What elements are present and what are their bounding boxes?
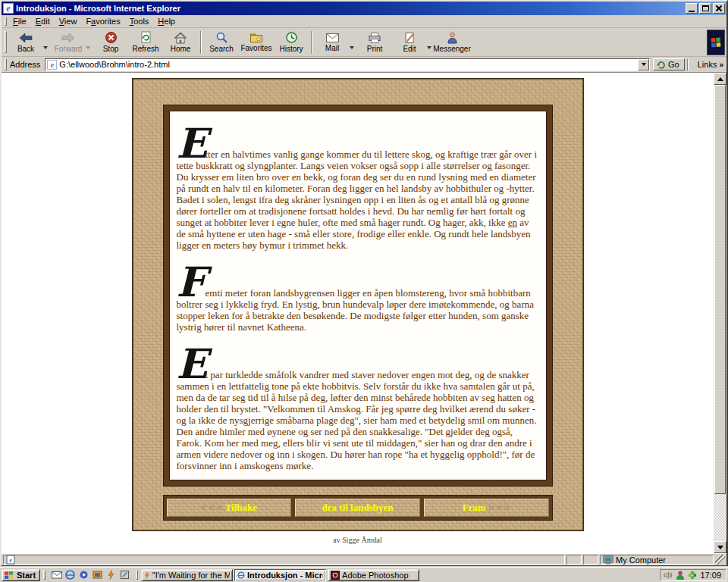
volume-icon[interactable]: [664, 571, 673, 580]
search-button[interactable]: Search: [204, 29, 239, 56]
status-pane: [566, 555, 582, 565]
story-text-box: Etter en halvtimes vanlig gange kommer d…: [164, 105, 552, 486]
messenger-app-icon[interactable]: [92, 569, 103, 580]
page-nav: < < < Tilbake dra til landsbyen Fram > >…: [164, 496, 552, 520]
edit-button[interactable]: Edit: [392, 29, 427, 56]
taskband-grip[interactable]: [136, 570, 138, 580]
stop-icon: [105, 31, 118, 44]
task-button-winamp[interactable]: "I'm Waiting for the Man!"...: [141, 569, 233, 581]
messenger-button[interactable]: Messenger: [435, 29, 469, 56]
menu-file[interactable]: File: [8, 15, 31, 27]
scrollbar-thumb[interactable]: [714, 85, 726, 494]
zone-label: My Computer: [616, 555, 666, 565]
home-icon: [174, 32, 187, 44]
refresh-button[interactable]: Refresh: [128, 29, 163, 56]
arrow-up-icon: [717, 77, 723, 81]
quicklaunch-grip[interactable]: [43, 570, 46, 580]
home-button[interactable]: Home: [163, 29, 198, 56]
browser-viewport: Etter en halvtimes vanlig gange kommer d…: [2, 73, 726, 553]
address-dropdown-button[interactable]: [638, 59, 649, 70]
nav-village-link[interactable]: dra til landsbyen: [295, 499, 420, 517]
minimize-icon: [689, 6, 695, 12]
taskbar: Start "I'm Waiting for the Man!"... Intr…: [0, 567, 728, 582]
address-bar: Address G:\ellwood\Brohm\intro-2.html Go…: [2, 57, 726, 73]
my-computer-icon: [603, 555, 613, 565]
resize-grip[interactable]: [715, 555, 725, 565]
favorites-icon: [249, 32, 263, 43]
go-label: Go: [668, 60, 679, 69]
print-icon: [368, 32, 381, 44]
scroll-down-button[interactable]: [714, 541, 726, 553]
scroll-up-button[interactable]: [714, 73, 726, 85]
menu-grip[interactable]: [5, 17, 7, 27]
history-button[interactable]: History: [274, 29, 309, 56]
dropcap-letter: E: [177, 358, 206, 370]
icq-flower-icon[interactable]: [688, 571, 697, 580]
browser-window: Introduksjon - Microsoft Internet Explor…: [0, 0, 728, 567]
chevron-down-icon: [642, 63, 646, 66]
back-dropdown-icon[interactable]: [43, 46, 48, 49]
close-button[interactable]: [713, 3, 725, 14]
show-desktop-icon[interactable]: [119, 569, 130, 580]
windows-logo-icon: [4, 571, 14, 580]
task-button-introduksjon[interactable]: Introduksjon - Micros...: [234, 569, 326, 581]
windows-flag-icon: [710, 36, 722, 48]
links-label: Links: [695, 60, 720, 69]
ie-page-icon: [47, 60, 57, 70]
menu-view[interactable]: View: [55, 15, 82, 27]
address-value: G:\ellwood\Brohm\intro-2.html: [59, 60, 638, 69]
links-bar[interactable]: Links »: [694, 60, 725, 69]
internet-explorer-icon[interactable]: [64, 569, 76, 580]
media-player-icon[interactable]: [78, 569, 89, 580]
vertical-scrollbar[interactable]: [714, 73, 726, 553]
mail-dropdown-icon[interactable]: [350, 46, 354, 49]
status-bar: e My Computer: [2, 553, 726, 565]
back-button[interactable]: Back: [8, 29, 43, 56]
history-icon: [285, 31, 298, 44]
dropcap-letter: E: [177, 138, 206, 149]
outlook-express-icon[interactable]: [51, 569, 62, 580]
mail-icon: [325, 33, 340, 43]
edit-dropdown-icon[interactable]: [427, 46, 431, 49]
start-button[interactable]: Start: [2, 569, 40, 581]
forward-dropdown-icon[interactable]: [86, 46, 90, 49]
nav-back-link[interactable]: < < < Tilbake: [167, 499, 292, 517]
toolbar-grip[interactable]: [5, 31, 7, 54]
nav-forward-link[interactable]: Fram > > >: [424, 499, 549, 517]
winamp-icon[interactable]: [105, 569, 117, 580]
author-credit: av Sigge Åmdal: [2, 536, 714, 544]
address-input[interactable]: G:\ellwood\Brohm\intro-2.html: [45, 58, 650, 71]
mail-button[interactable]: Mail: [315, 29, 350, 56]
menu-tools[interactable]: Tools: [125, 15, 154, 27]
menu-edit[interactable]: Edit: [31, 15, 55, 27]
back-icon: [18, 32, 33, 44]
forward-button[interactable]: Forward: [51, 29, 86, 56]
print-button[interactable]: Print: [357, 29, 392, 56]
menu-help[interactable]: Help: [153, 15, 180, 27]
close-icon: [716, 5, 722, 11]
stop-button[interactable]: Stop: [93, 29, 128, 56]
story-paragraph: Etter en halvtimes vanlig gange kommer d…: [177, 138, 539, 251]
start-label: Start: [17, 571, 36, 580]
messenger-icon: [447, 32, 458, 44]
icq-contact-icon[interactable]: [676, 571, 685, 580]
go-button[interactable]: Go: [653, 58, 685, 70]
svg-text:e: e: [9, 557, 12, 564]
address-separator: [687, 59, 689, 70]
menu-bar: File Edit View Favorites Tools Help: [2, 15, 726, 28]
toolbar-separator: [311, 31, 312, 54]
task-button-photoshop[interactable]: Adobe Photoshop: [328, 569, 419, 581]
favorites-button[interactable]: Favorites: [239, 29, 274, 56]
address-grip[interactable]: [5, 58, 7, 70]
minimize-button[interactable]: [686, 3, 698, 14]
dropcap-letter: F: [177, 277, 206, 288]
chevron-right-icon: »: [719, 61, 723, 69]
photoshop-task-icon: [331, 571, 340, 580]
scrollbar-track[interactable]: [714, 494, 726, 541]
clock[interactable]: 17:09: [700, 571, 721, 580]
search-icon: [215, 31, 228, 44]
toolbar: Back Forward Stop Refresh Home Search Fa: [2, 28, 726, 57]
restore-icon: [702, 5, 709, 11]
restore-button[interactable]: [699, 3, 711, 14]
menu-favorites[interactable]: Favorites: [81, 15, 124, 27]
